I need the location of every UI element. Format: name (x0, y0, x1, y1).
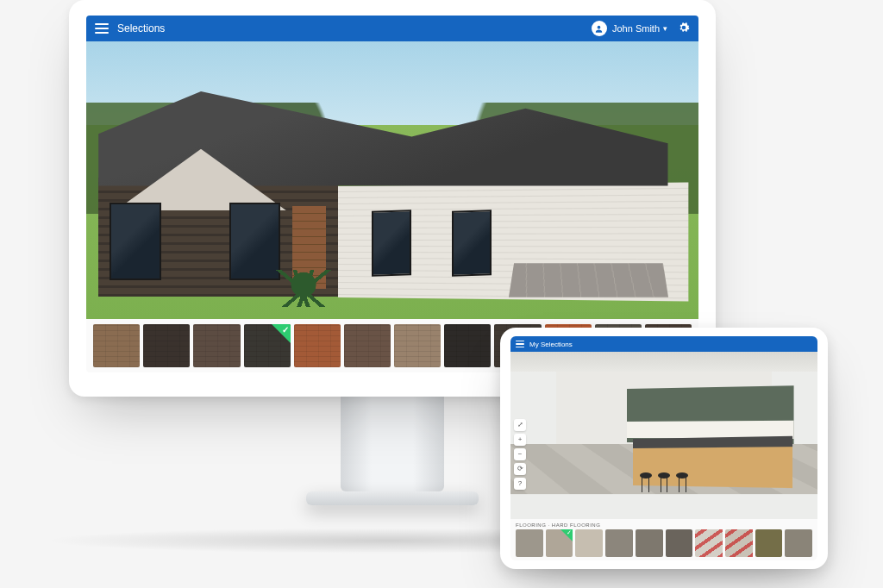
window (372, 210, 411, 277)
window (452, 210, 492, 277)
settings-icon[interactable] (678, 22, 690, 36)
roof-swatch[interactable]: ✓ (244, 324, 291, 367)
flooring-swatch[interactable] (605, 529, 633, 557)
tablet-header: My Selections (510, 336, 817, 352)
house-3d-viewport[interactable] (86, 41, 698, 319)
stool (640, 472, 652, 492)
user-name[interactable]: John Smith (612, 23, 660, 34)
monitor-base (306, 491, 479, 505)
flooring-swatch[interactable] (725, 529, 753, 557)
viewport-tool-button[interactable]: ? (514, 478, 526, 490)
viewport-tool-button[interactable]: + (514, 434, 526, 446)
check-icon: ✓ (282, 325, 289, 335)
roof-swatch[interactable] (344, 324, 391, 367)
tablet-screen: My Selections ⤢+−⟳? Flooring · Hard Floo… (510, 336, 817, 560)
monitor-stand (341, 397, 444, 491)
app-header: Selections John Smith ▾ (86, 16, 698, 41)
roof-swatch[interactable] (394, 324, 441, 367)
user-avatar-icon[interactable] (592, 21, 607, 36)
roof-swatch[interactable] (193, 324, 240, 367)
viewport-tool-button[interactable]: − (514, 448, 526, 460)
tablet-page-title: My Selections (529, 341, 573, 348)
menu-icon[interactable] (516, 341, 524, 347)
roof-swatch[interactable] (294, 324, 341, 367)
plant (269, 270, 337, 307)
window (110, 203, 160, 281)
stool (658, 472, 670, 492)
roof-swatch[interactable] (143, 324, 190, 367)
ceiling (510, 352, 817, 372)
swatch-category-label: Flooring · Hard Flooring (516, 522, 812, 528)
viewport-tool-button[interactable]: ⟳ (514, 463, 526, 475)
driveway (509, 263, 668, 297)
kitchen-3d-viewport[interactable]: ⤢+−⟳? (510, 352, 817, 519)
tablet-footer: Flooring · Hard Flooring ✓ (510, 519, 817, 560)
flooring-swatch-row: ✓ (516, 529, 812, 557)
chevron-down-icon[interactable]: ▾ (663, 24, 667, 33)
roof-swatch[interactable] (444, 324, 491, 367)
roof-swatch[interactable] (93, 324, 140, 367)
house-render (98, 91, 667, 297)
menu-icon[interactable] (95, 23, 109, 34)
flooring-swatch[interactable]: ✓ (546, 529, 573, 557)
svg-point-0 (598, 25, 601, 28)
flooring-swatch[interactable] (785, 529, 812, 557)
check-icon: ✓ (567, 529, 572, 536)
viewport-tool-button[interactable]: ⤢ (514, 419, 526, 431)
flooring-swatch[interactable] (636, 529, 663, 557)
flooring-swatch[interactable] (666, 529, 693, 557)
page-title: Selections (117, 22, 165, 34)
flooring-swatch[interactable] (516, 529, 543, 557)
viewport-toolbar: ⤢+−⟳? (514, 419, 526, 490)
tablet-device: My Selections ⤢+−⟳? Flooring · Hard Floo… (500, 328, 828, 569)
window (229, 203, 280, 281)
flooring-swatch[interactable] (695, 529, 723, 557)
flooring-swatch[interactable] (755, 529, 783, 557)
stool (676, 472, 688, 492)
monitor-screen: Selections John Smith ▾ (86, 16, 698, 372)
flooring-swatch[interactable] (575, 529, 603, 557)
